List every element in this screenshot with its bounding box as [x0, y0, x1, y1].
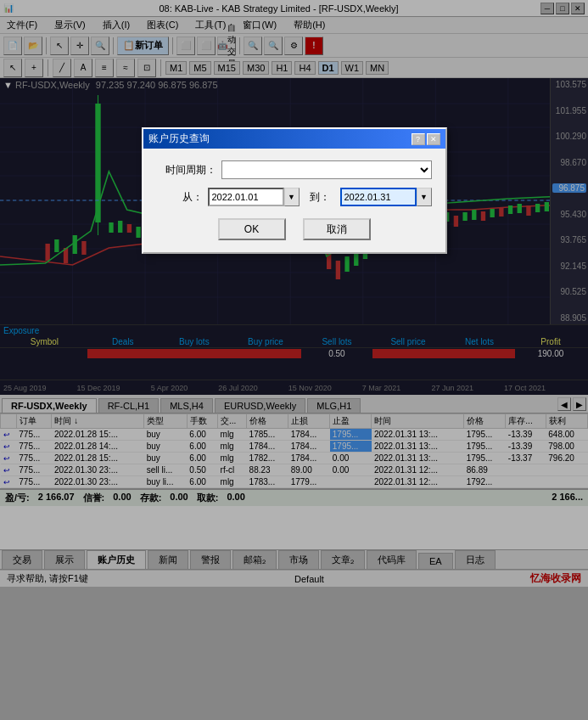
account-history-dialog: 账户历史查询 ? ✕ 时间周期： 从： ▼ 到：: [142, 127, 447, 254]
modal-title: 账户历史查询: [148, 132, 210, 146]
modal-date-row: 从： ▼ 到： ▼: [157, 188, 432, 206]
period-label: 时间周期：: [157, 163, 216, 177]
period-select[interactable]: [221, 160, 432, 179]
from-date-input[interactable]: [208, 188, 284, 206]
modal-help-button[interactable]: ?: [412, 133, 425, 145]
ok-button[interactable]: OK: [218, 218, 286, 240]
from-date-group: ▼: [208, 188, 300, 206]
from-label: 从：: [157, 190, 203, 205]
modal-title-buttons: ? ✕: [412, 133, 440, 145]
to-date-dropdown[interactable]: ▼: [417, 188, 432, 206]
modal-buttons: OK 取消: [157, 218, 432, 240]
to-date-group: ▼: [340, 188, 432, 206]
from-date-dropdown[interactable]: ▼: [284, 188, 300, 206]
cancel-button[interactable]: 取消: [303, 218, 371, 240]
to-date-input[interactable]: [340, 188, 417, 206]
modal-overlay: 账户历史查询 ? ✕ 时间周期： 从： ▼ 到：: [0, 0, 588, 720]
modal-title-bar: 账户历史查询 ? ✕: [143, 129, 445, 149]
modal-period-row: 时间周期：: [157, 160, 432, 179]
to-label: 到：: [310, 190, 330, 205]
modal-close-button[interactable]: ✕: [427, 133, 440, 145]
modal-body: 时间周期： 从： ▼ 到： ▼ OK: [143, 149, 445, 252]
